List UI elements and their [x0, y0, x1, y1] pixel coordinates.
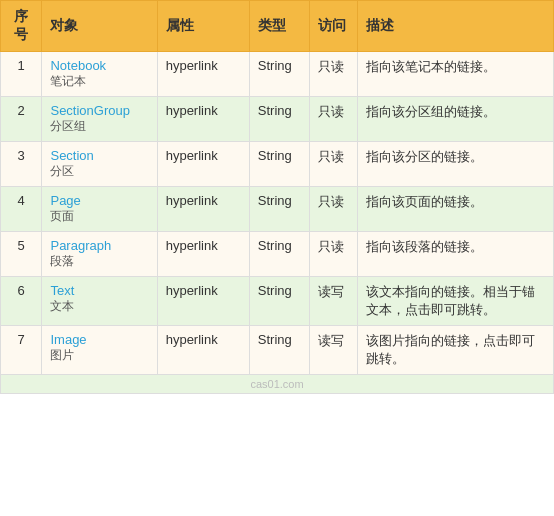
- table-header-row: 序号 对象 属性 类型 访问 描述: [1, 1, 554, 52]
- obj-main-name: Page: [50, 193, 148, 208]
- cell-access: 读写: [309, 326, 357, 375]
- header-type: 类型: [249, 1, 309, 52]
- header-attr: 属性: [157, 1, 249, 52]
- cell-attr: hyperlink: [157, 277, 249, 326]
- cell-access: 只读: [309, 52, 357, 97]
- table-row: 4Page页面hyperlinkString只读指向该页面的链接。: [1, 187, 554, 232]
- obj-main-name: Paragraph: [50, 238, 148, 253]
- cell-obj: Section分区: [42, 142, 157, 187]
- cell-access: 只读: [309, 142, 357, 187]
- cell-desc: 指向该笔记本的链接。: [358, 52, 554, 97]
- cell-seq: 2: [1, 97, 42, 142]
- watermark-row: cas01.com: [1, 375, 554, 394]
- table-row: 5Paragraph段落hyperlinkString只读指向该段落的链接。: [1, 232, 554, 277]
- cell-desc: 该图片指向的链接，点击即可跳转。: [358, 326, 554, 375]
- cell-obj: Text文本: [42, 277, 157, 326]
- cell-access: 读写: [309, 277, 357, 326]
- header-desc: 描述: [358, 1, 554, 52]
- obj-sub-name: 笔记本: [50, 73, 148, 90]
- cell-desc: 指向该分区组的链接。: [358, 97, 554, 142]
- cell-attr: hyperlink: [157, 97, 249, 142]
- header-obj: 对象: [42, 1, 157, 52]
- cell-attr: hyperlink: [157, 232, 249, 277]
- obj-sub-name: 分区: [50, 163, 148, 180]
- obj-main-name: SectionGroup: [50, 103, 148, 118]
- cell-type: String: [249, 142, 309, 187]
- cell-type: String: [249, 187, 309, 232]
- cell-seq: 4: [1, 187, 42, 232]
- cell-type: String: [249, 97, 309, 142]
- watermark-cell: cas01.com: [1, 375, 554, 394]
- cell-desc: 指向该分区的链接。: [358, 142, 554, 187]
- cell-attr: hyperlink: [157, 52, 249, 97]
- cell-type: String: [249, 326, 309, 375]
- cell-desc: 指向该页面的链接。: [358, 187, 554, 232]
- cell-obj: SectionGroup分区组: [42, 97, 157, 142]
- obj-sub-name: 页面: [50, 208, 148, 225]
- cell-access: 只读: [309, 232, 357, 277]
- table-row: 2SectionGroup分区组hyperlinkString只读指向该分区组的…: [1, 97, 554, 142]
- obj-main-name: Text: [50, 283, 148, 298]
- cell-access: 只读: [309, 187, 357, 232]
- cell-type: String: [249, 232, 309, 277]
- cell-seq: 3: [1, 142, 42, 187]
- cell-seq: 6: [1, 277, 42, 326]
- cell-obj: Image图片: [42, 326, 157, 375]
- data-table: 序号 对象 属性 类型 访问 描述 1Notebook笔记本hyperlinkS…: [0, 0, 554, 394]
- cell-type: String: [249, 277, 309, 326]
- cell-attr: hyperlink: [157, 326, 249, 375]
- obj-main-name: Image: [50, 332, 148, 347]
- cell-attr: hyperlink: [157, 142, 249, 187]
- obj-sub-name: 分区组: [50, 118, 148, 135]
- cell-attr: hyperlink: [157, 187, 249, 232]
- obj-main-name: Notebook: [50, 58, 148, 73]
- table-row: 3Section分区hyperlinkString只读指向该分区的链接。: [1, 142, 554, 187]
- cell-access: 只读: [309, 97, 357, 142]
- cell-desc: 该文本指向的链接。相当于锚文本，点击即可跳转。: [358, 277, 554, 326]
- cell-seq: 1: [1, 52, 42, 97]
- cell-seq: 7: [1, 326, 42, 375]
- obj-sub-name: 图片: [50, 347, 148, 364]
- header-seq: 序号: [1, 1, 42, 52]
- main-table-container: 序号 对象 属性 类型 访问 描述 1Notebook笔记本hyperlinkS…: [0, 0, 554, 394]
- table-row: 6Text文本hyperlinkString读写该文本指向的链接。相当于锚文本，…: [1, 277, 554, 326]
- obj-main-name: Section: [50, 148, 148, 163]
- cell-obj: Page页面: [42, 187, 157, 232]
- obj-sub-name: 文本: [50, 298, 148, 315]
- table-row: 1Notebook笔记本hyperlinkString只读指向该笔记本的链接。: [1, 52, 554, 97]
- header-access: 访问: [309, 1, 357, 52]
- obj-sub-name: 段落: [50, 253, 148, 270]
- cell-obj: Paragraph段落: [42, 232, 157, 277]
- cell-type: String: [249, 52, 309, 97]
- table-row: 7Image图片hyperlinkString读写该图片指向的链接，点击即可跳转…: [1, 326, 554, 375]
- cell-desc: 指向该段落的链接。: [358, 232, 554, 277]
- cell-obj: Notebook笔记本: [42, 52, 157, 97]
- cell-seq: 5: [1, 232, 42, 277]
